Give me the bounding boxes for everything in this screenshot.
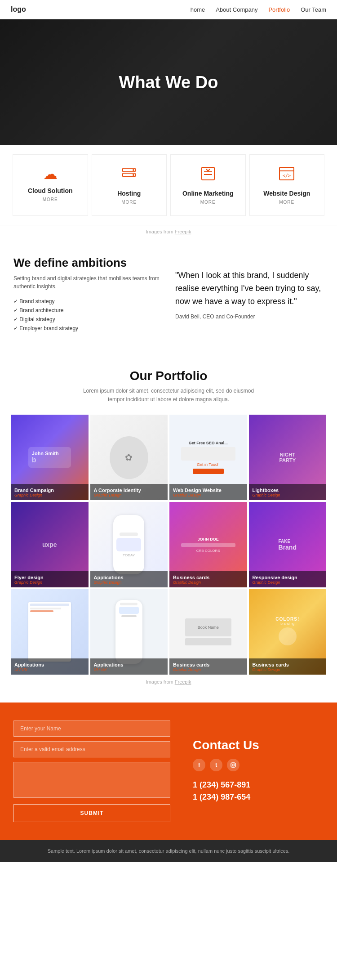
submit-button[interactable]: SUBMIT <box>13 804 170 822</box>
ambitions-item-4: Employer brand strategy <box>13 324 162 333</box>
service-hosting-title: Hosting <box>99 190 160 197</box>
portfolio-item-5-title: Flyer design <box>14 575 85 580</box>
portfolio-item-9-overlay: Applications UI / UX <box>11 658 89 675</box>
portfolio-title: Our Portfolio <box>11 369 326 383</box>
nav-portfolio[interactable]: Portfolio <box>268 6 290 13</box>
portfolio-item-10-cat: UI / UX <box>94 667 164 672</box>
portfolio-item-6[interactable]: TODAY Applications Graphic Design <box>90 502 168 587</box>
portfolio-item-1-overlay: Brand Campaign Graphic Design <box>11 484 89 500</box>
portfolio-item-10[interactable]: Applications UI / UX <box>90 589 168 675</box>
phone-1: 1 (234) 567-891 <box>193 780 250 790</box>
service-hosting-more[interactable]: MORE <box>99 200 160 205</box>
service-marketing-title: Online Marketing <box>178 190 238 197</box>
portfolio-item-2-overlay: A Corporate Identity Graphic Design <box>90 484 168 500</box>
ambitions-item-2: Brand architecture <box>13 306 162 315</box>
portfolio-item-1[interactable]: John Smith b Brand Campaign Graphic Desi… <box>11 415 89 500</box>
svg-point-3 <box>133 174 134 176</box>
service-cloud-more[interactable]: MORE <box>20 197 80 202</box>
ambitions-subtitle: Setting brand and digital strategies tha… <box>13 274 162 291</box>
web-icon: </> <box>257 166 317 185</box>
portfolio-item-8-overlay: Responsive design Graphic Design <box>249 571 327 587</box>
portfolio-item-2[interactable]: ✿ A Corporate Identity Graphic Design <box>90 415 168 500</box>
portfolio-item-5-cat: Graphic Design <box>14 580 85 585</box>
portfolio-item-11[interactable]: Book Name Business cards Graphic Design <box>169 589 247 675</box>
name-input[interactable] <box>13 720 170 737</box>
service-card-web: </> Website Design MORE <box>249 154 325 216</box>
facebook-icon[interactable]: f <box>193 759 205 771</box>
portfolio-item-10-overlay: Applications UI / UX <box>90 658 168 675</box>
portfolio-item-2-cat: Graphic Design <box>94 493 164 497</box>
portfolio-grid: John Smith b Brand Campaign Graphic Desi… <box>11 415 326 674</box>
hero-content: What We Do <box>119 73 218 92</box>
hero-title: What We Do <box>119 73 218 92</box>
portfolio-item-3-cat: Graphic Design <box>173 493 244 497</box>
portfolio-item-7[interactable]: JOHN DOE CRB COLORS Business cards Graph… <box>169 502 247 587</box>
contact-title: Contact Us <box>193 738 259 752</box>
portfolio-item-3[interactable]: Get Free SEO Anal... Get in Touch Web De… <box>169 415 247 500</box>
portfolio-item-3-title: Web Design Website <box>173 488 244 493</box>
service-cloud-title: Cloud Solution <box>20 187 80 194</box>
portfolio-credit: Images from Freepik <box>11 679 326 685</box>
nav-links: home About Company Portfolio Our Team <box>191 6 326 13</box>
quote-author: David Bell, CEO and Co-Founder <box>175 313 324 320</box>
service-card-cloud: ☁ Cloud Solution MORE <box>13 154 88 216</box>
service-marketing-more[interactable]: MORE <box>178 200 238 205</box>
footer: Sample text. Lorem ipsum dolor sit amet,… <box>0 840 337 863</box>
nav-team[interactable]: Our Team <box>301 6 326 13</box>
portfolio-item-12-title: Business cards <box>253 662 323 667</box>
portfolio-item-8-title: Responsive design <box>253 575 323 580</box>
portfolio-item-5-overlay: Flyer design Graphic Design <box>11 571 89 587</box>
freepik-link-2[interactable]: Freepik <box>175 679 191 685</box>
portfolio-item-2-title: A Corporate Identity <box>94 488 164 493</box>
ambitions-left: We define ambitions Setting brand and di… <box>13 256 162 333</box>
portfolio-item-6-title: Applications <box>94 575 164 580</box>
portfolio-item-7-overlay: Business cards Graphic Design <box>169 571 247 587</box>
portfolio-item-8[interactable]: FAKEBrand Responsive design Graphic Desi… <box>249 502 327 587</box>
services-section: ☁ Cloud Solution MORE Hosting MORE <box>0 145 337 225</box>
svg-rect-4 <box>202 167 214 180</box>
portfolio-item-3-overlay: Web Design Website Graphic Design <box>169 484 247 500</box>
nav-about[interactable]: About Company <box>216 6 257 13</box>
ambitions-item-1: Brand strategy <box>13 297 162 306</box>
portfolio-item-4[interactable]: NIGHTPARTY Lightboxes Graphic Design <box>249 415 327 500</box>
svg-point-11 <box>232 764 235 766</box>
contact-info: Contact Us f t 1 (234) 567-891 1 (234) 9… <box>184 720 324 822</box>
contact-section: SUBMIT Contact Us f t 1 (234) 567-891 1 … <box>0 703 337 840</box>
portfolio-item-7-title: Business cards <box>173 575 244 580</box>
ambitions-item-3: Digital strategy <box>13 315 162 324</box>
service-web-more[interactable]: MORE <box>257 200 317 205</box>
service-web-title: Website Design <box>257 190 317 197</box>
portfolio-section: Our Portfolio Lorem ipsum dolor sit amet… <box>0 351 337 703</box>
portfolio-item-12[interactable]: COLORS! branding Business cards Graphic … <box>249 589 327 675</box>
svg-point-12 <box>235 763 235 763</box>
portfolio-item-12-overlay: Business cards Graphic Design <box>249 658 327 675</box>
services-credit: Images from Freepik <box>0 225 337 236</box>
portfolio-item-5[interactable]: uxpe Flyer design Graphic Design <box>11 502 89 587</box>
portfolio-item-7-cat: Graphic Design <box>173 580 244 585</box>
nav-home[interactable]: home <box>191 6 205 13</box>
portfolio-item-9[interactable]: Applications UI / UX <box>11 589 89 675</box>
portfolio-item-4-overlay: Lightboxes Graphic Design <box>249 484 327 500</box>
contact-form: SUBMIT <box>13 720 170 822</box>
portfolio-item-4-title: Lightboxes <box>253 488 323 493</box>
portfolio-item-11-title: Business cards <box>173 662 244 667</box>
marketing-icon <box>178 166 238 185</box>
instagram-icon[interactable] <box>227 759 239 771</box>
svg-text:</>: </> <box>283 173 291 178</box>
portfolio-item-6-overlay: Applications Graphic Design <box>90 571 168 587</box>
portfolio-item-10-title: Applications <box>94 662 164 667</box>
social-icons: f t <box>193 759 239 771</box>
freepik-link-1[interactable]: Freepik <box>175 229 191 234</box>
phone-2: 1 (234) 987-654 <box>193 792 250 802</box>
ambitions-section: We define ambitions Setting brand and di… <box>0 238 337 351</box>
svg-point-2 <box>133 169 134 171</box>
hosting-icon <box>99 166 160 185</box>
message-input[interactable] <box>13 762 170 798</box>
navigation: logo home About Company Portfolio Our Te… <box>0 0 337 19</box>
portfolio-item-11-overlay: Business cards Graphic Design <box>169 658 247 675</box>
email-input[interactable] <box>13 741 170 757</box>
portfolio-item-1-title: Brand Campaign <box>14 488 85 493</box>
portfolio-item-12-cat: Graphic Design <box>253 667 323 672</box>
hero-section: What We Do <box>0 19 337 145</box>
twitter-icon[interactable]: t <box>210 759 222 771</box>
